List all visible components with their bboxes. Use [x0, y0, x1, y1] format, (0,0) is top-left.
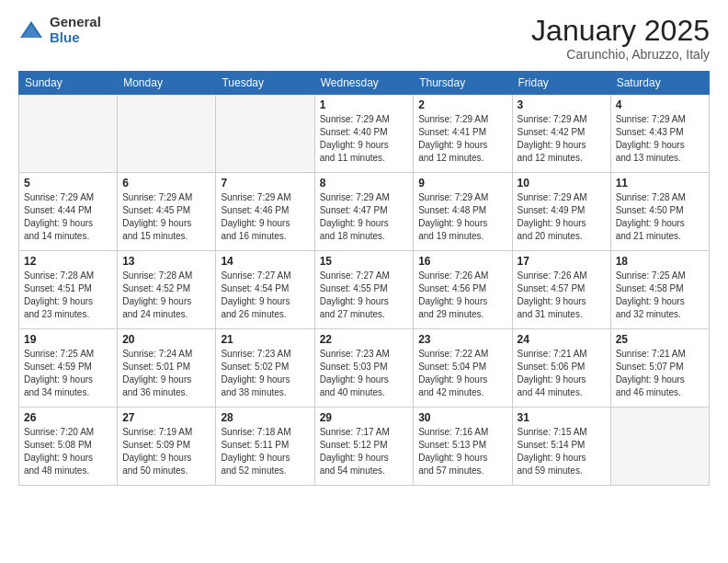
- calendar-cell: 4Sunrise: 7:29 AM Sunset: 4:43 PM Daylig…: [610, 95, 709, 173]
- day-number: 3: [518, 98, 606, 111]
- calendar-cell: 26Sunrise: 7:20 AM Sunset: 5:08 PM Dayli…: [19, 408, 118, 486]
- day-info: Sunrise: 7:28 AM Sunset: 4:50 PM Dayligh…: [616, 191, 704, 243]
- location: Carunchio, Abruzzo, Italy: [531, 47, 710, 62]
- day-info: Sunrise: 7:16 AM Sunset: 5:13 PM Dayligh…: [418, 426, 506, 477]
- day-number: 26: [24, 411, 112, 424]
- day-info: Sunrise: 7:24 AM Sunset: 5:01 PM Dayligh…: [122, 348, 210, 399]
- day-number: 18: [616, 255, 704, 268]
- calendar-cell: 19Sunrise: 7:25 AM Sunset: 4:59 PM Dayli…: [19, 329, 118, 408]
- calendar-cell: 20Sunrise: 7:24 AM Sunset: 5:01 PM Dayli…: [118, 329, 216, 408]
- day-info: Sunrise: 7:29 AM Sunset: 4:40 PM Dayligh…: [320, 113, 409, 165]
- calendar-cell: 13Sunrise: 7:28 AM Sunset: 4:52 PM Dayli…: [118, 251, 216, 329]
- calendar-header-row: Sunday Monday Tuesday Wednesday Thursday…: [19, 72, 710, 95]
- day-number: 19: [24, 333, 112, 346]
- calendar-cell: 16Sunrise: 7:26 AM Sunset: 4:56 PM Dayli…: [414, 251, 512, 329]
- header: General Blue January 2025 Carunchio, Abr…: [18, 15, 710, 62]
- day-number: 31: [518, 411, 606, 424]
- day-number: 13: [122, 255, 210, 268]
- header-thursday: Thursday: [414, 72, 512, 95]
- header-sunday: Sunday: [19, 72, 118, 95]
- calendar-cell: 30Sunrise: 7:16 AM Sunset: 5:13 PM Dayli…: [414, 408, 512, 486]
- title-area: January 2025 Carunchio, Abruzzo, Italy: [531, 15, 710, 62]
- day-info: Sunrise: 7:29 AM Sunset: 4:46 PM Dayligh…: [221, 191, 309, 243]
- calendar-cell: [19, 95, 118, 173]
- day-number: 6: [122, 177, 210, 190]
- day-info: Sunrise: 7:27 AM Sunset: 4:54 PM Dayligh…: [221, 270, 309, 321]
- calendar: Sunday Monday Tuesday Wednesday Thursday…: [18, 71, 710, 486]
- header-friday: Friday: [512, 72, 610, 95]
- day-info: Sunrise: 7:27 AM Sunset: 4:55 PM Dayligh…: [320, 270, 409, 321]
- calendar-cell: [118, 95, 216, 173]
- calendar-week-4: 26Sunrise: 7:20 AM Sunset: 5:08 PM Dayli…: [19, 408, 710, 486]
- day-info: Sunrise: 7:29 AM Sunset: 4:45 PM Dayligh…: [122, 191, 210, 243]
- calendar-cell: 3Sunrise: 7:29 AM Sunset: 4:42 PM Daylig…: [512, 95, 610, 173]
- calendar-cell: 11Sunrise: 7:28 AM Sunset: 4:50 PM Dayli…: [610, 173, 709, 251]
- day-info: Sunrise: 7:29 AM Sunset: 4:41 PM Dayligh…: [418, 113, 506, 165]
- calendar-cell: 21Sunrise: 7:23 AM Sunset: 5:02 PM Dayli…: [216, 329, 314, 408]
- day-info: Sunrise: 7:28 AM Sunset: 4:51 PM Dayligh…: [24, 270, 112, 321]
- logo-text: General Blue: [50, 15, 101, 45]
- header-wednesday: Wednesday: [314, 72, 414, 95]
- day-info: Sunrise: 7:26 AM Sunset: 4:56 PM Dayligh…: [418, 270, 506, 321]
- logo-icon: [18, 17, 44, 43]
- day-number: 21: [221, 333, 309, 346]
- day-number: 7: [221, 177, 309, 190]
- logo: General Blue: [18, 15, 101, 45]
- calendar-cell: 17Sunrise: 7:26 AM Sunset: 4:57 PM Dayli…: [512, 251, 610, 329]
- day-info: Sunrise: 7:22 AM Sunset: 5:04 PM Dayligh…: [418, 348, 506, 399]
- calendar-cell: 22Sunrise: 7:23 AM Sunset: 5:03 PM Dayli…: [314, 329, 414, 408]
- day-number: 20: [122, 333, 210, 346]
- logo-general: General: [50, 15, 101, 30]
- calendar-cell: 6Sunrise: 7:29 AM Sunset: 4:45 PM Daylig…: [118, 173, 216, 251]
- day-number: 25: [616, 333, 704, 346]
- header-tuesday: Tuesday: [216, 72, 314, 95]
- day-number: 17: [518, 255, 606, 268]
- calendar-cell: 1Sunrise: 7:29 AM Sunset: 4:40 PM Daylig…: [314, 95, 414, 173]
- page-container: General Blue January 2025 Carunchio, Abr…: [0, 0, 728, 495]
- day-number: 16: [418, 255, 506, 268]
- calendar-week-0: 1Sunrise: 7:29 AM Sunset: 4:40 PM Daylig…: [19, 95, 710, 173]
- calendar-cell: [610, 408, 709, 486]
- calendar-cell: 23Sunrise: 7:22 AM Sunset: 5:04 PM Dayli…: [414, 329, 512, 408]
- day-info: Sunrise: 7:29 AM Sunset: 4:48 PM Dayligh…: [418, 191, 506, 243]
- day-number: 28: [221, 411, 309, 424]
- calendar-cell: 24Sunrise: 7:21 AM Sunset: 5:06 PM Dayli…: [512, 329, 610, 408]
- day-info: Sunrise: 7:18 AM Sunset: 5:11 PM Dayligh…: [221, 426, 309, 477]
- day-info: Sunrise: 7:29 AM Sunset: 4:43 PM Dayligh…: [616, 113, 704, 165]
- day-number: 4: [616, 98, 704, 111]
- calendar-cell: 18Sunrise: 7:25 AM Sunset: 4:58 PM Dayli…: [610, 251, 709, 329]
- day-number: 8: [320, 177, 409, 190]
- calendar-cell: [216, 95, 314, 173]
- calendar-cell: 7Sunrise: 7:29 AM Sunset: 4:46 PM Daylig…: [216, 173, 314, 251]
- day-info: Sunrise: 7:19 AM Sunset: 5:09 PM Dayligh…: [122, 426, 210, 477]
- day-info: Sunrise: 7:29 AM Sunset: 4:44 PM Dayligh…: [24, 191, 112, 243]
- calendar-week-1: 5Sunrise: 7:29 AM Sunset: 4:44 PM Daylig…: [19, 173, 710, 251]
- calendar-cell: 15Sunrise: 7:27 AM Sunset: 4:55 PM Dayli…: [314, 251, 414, 329]
- month-title: January 2025: [531, 15, 710, 47]
- day-info: Sunrise: 7:17 AM Sunset: 5:12 PM Dayligh…: [320, 426, 409, 477]
- calendar-week-2: 12Sunrise: 7:28 AM Sunset: 4:51 PM Dayli…: [19, 251, 710, 329]
- calendar-cell: 29Sunrise: 7:17 AM Sunset: 5:12 PM Dayli…: [314, 408, 414, 486]
- day-number: 14: [221, 255, 309, 268]
- day-number: 10: [518, 177, 606, 190]
- day-info: Sunrise: 7:29 AM Sunset: 4:42 PM Dayligh…: [518, 113, 606, 165]
- calendar-cell: 28Sunrise: 7:18 AM Sunset: 5:11 PM Dayli…: [216, 408, 314, 486]
- day-info: Sunrise: 7:15 AM Sunset: 5:14 PM Dayligh…: [518, 426, 606, 477]
- calendar-cell: 31Sunrise: 7:15 AM Sunset: 5:14 PM Dayli…: [512, 408, 610, 486]
- calendar-cell: 2Sunrise: 7:29 AM Sunset: 4:41 PM Daylig…: [414, 95, 512, 173]
- header-saturday: Saturday: [610, 72, 709, 95]
- day-info: Sunrise: 7:28 AM Sunset: 4:52 PM Dayligh…: [122, 270, 210, 321]
- day-number: 1: [320, 98, 409, 111]
- day-info: Sunrise: 7:23 AM Sunset: 5:02 PM Dayligh…: [221, 348, 309, 399]
- calendar-cell: 27Sunrise: 7:19 AM Sunset: 5:09 PM Dayli…: [118, 408, 216, 486]
- day-number: 24: [518, 333, 606, 346]
- day-info: Sunrise: 7:21 AM Sunset: 5:06 PM Dayligh…: [518, 348, 606, 399]
- day-number: 9: [418, 177, 506, 190]
- day-number: 11: [616, 177, 704, 190]
- calendar-cell: 12Sunrise: 7:28 AM Sunset: 4:51 PM Dayli…: [19, 251, 118, 329]
- calendar-cell: 5Sunrise: 7:29 AM Sunset: 4:44 PM Daylig…: [19, 173, 118, 251]
- day-number: 5: [24, 177, 112, 190]
- calendar-cell: 25Sunrise: 7:21 AM Sunset: 5:07 PM Dayli…: [610, 329, 709, 408]
- day-info: Sunrise: 7:20 AM Sunset: 5:08 PM Dayligh…: [24, 426, 112, 477]
- day-info: Sunrise: 7:29 AM Sunset: 4:49 PM Dayligh…: [518, 191, 606, 243]
